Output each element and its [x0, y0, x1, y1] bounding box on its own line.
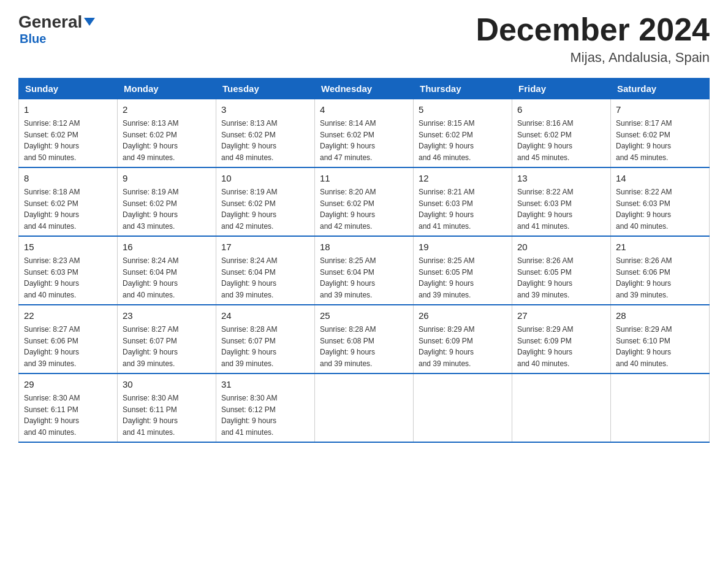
- day-info: Sunrise: 8:13 AMSunset: 6:02 PMDaylight:…: [221, 119, 277, 162]
- header-row: Sunday Monday Tuesday Wednesday Thursday…: [19, 79, 710, 99]
- table-row: 4 Sunrise: 8:14 AMSunset: 6:02 PMDayligh…: [315, 99, 414, 168]
- day-info: Sunrise: 8:30 AMSunset: 6:11 PMDaylight:…: [24, 394, 80, 437]
- day-info: Sunrise: 8:25 AMSunset: 6:05 PMDaylight:…: [419, 256, 474, 299]
- day-number: 2: [123, 103, 211, 116]
- logo-general: General: [18, 12, 95, 31]
- day-info: Sunrise: 8:28 AMSunset: 6:08 PMDaylight:…: [320, 325, 376, 368]
- table-row: 14 Sunrise: 8:22 AMSunset: 6:03 PMDaylig…: [611, 167, 710, 236]
- day-number: 9: [123, 172, 211, 185]
- day-info: Sunrise: 8:28 AMSunset: 6:07 PMDaylight:…: [221, 325, 277, 368]
- day-info: Sunrise: 8:13 AMSunset: 6:02 PMDaylight:…: [123, 119, 178, 162]
- day-info: Sunrise: 8:27 AMSunset: 6:06 PMDaylight:…: [24, 325, 80, 368]
- table-row: 18 Sunrise: 8:25 AMSunset: 6:04 PMDaylig…: [315, 236, 414, 305]
- table-row: 26 Sunrise: 8:29 AMSunset: 6:09 PMDaylig…: [414, 305, 512, 373]
- day-info: Sunrise: 8:14 AMSunset: 6:02 PMDaylight:…: [320, 119, 376, 162]
- day-info: Sunrise: 8:30 AMSunset: 6:12 PMDaylight:…: [221, 394, 277, 437]
- table-row: 27 Sunrise: 8:29 AMSunset: 6:09 PMDaylig…: [512, 305, 611, 373]
- logo-bottom-line: Blue: [18, 32, 46, 46]
- table-row: 28 Sunrise: 8:29 AMSunset: 6:10 PMDaylig…: [611, 305, 710, 373]
- day-info: Sunrise: 8:24 AMSunset: 6:04 PMDaylight:…: [221, 256, 277, 299]
- calendar-week-4: 22 Sunrise: 8:27 AMSunset: 6:06 PMDaylig…: [19, 305, 710, 373]
- table-row: 31 Sunrise: 8:30 AMSunset: 6:12 PMDaylig…: [216, 373, 315, 442]
- day-number: 3: [221, 103, 309, 116]
- day-info: Sunrise: 8:18 AMSunset: 6:02 PMDaylight:…: [24, 188, 80, 231]
- day-info: Sunrise: 8:23 AMSunset: 6:03 PMDaylight:…: [24, 256, 80, 299]
- day-number: 4: [320, 103, 408, 116]
- day-number: 17: [221, 240, 309, 253]
- table-row: 8 Sunrise: 8:18 AMSunset: 6:02 PMDayligh…: [19, 167, 118, 236]
- table-row: [611, 373, 710, 442]
- day-info: Sunrise: 8:26 AMSunset: 6:06 PMDaylight:…: [616, 256, 672, 299]
- table-row: 3 Sunrise: 8:13 AMSunset: 6:02 PMDayligh…: [216, 99, 315, 168]
- day-number: 15: [24, 240, 112, 253]
- col-tuesday: Tuesday: [216, 79, 315, 99]
- table-row: 29 Sunrise: 8:30 AMSunset: 6:11 PMDaylig…: [19, 373, 118, 442]
- day-info: Sunrise: 8:22 AMSunset: 6:03 PMDaylight:…: [517, 188, 573, 231]
- day-number: 6: [517, 103, 605, 116]
- day-number: 26: [419, 309, 507, 322]
- calendar-week-2: 8 Sunrise: 8:18 AMSunset: 6:02 PMDayligh…: [19, 167, 710, 236]
- day-info: Sunrise: 8:19 AMSunset: 6:02 PMDaylight:…: [123, 188, 178, 231]
- col-friday: Friday: [512, 79, 611, 99]
- table-row: 13 Sunrise: 8:22 AMSunset: 6:03 PMDaylig…: [512, 167, 611, 236]
- col-saturday: Saturday: [611, 79, 710, 99]
- logo: General Blue: [18, 12, 95, 46]
- day-number: 27: [517, 309, 605, 322]
- day-number: 21: [616, 240, 704, 253]
- table-row: [512, 373, 611, 442]
- table-row: 6 Sunrise: 8:16 AMSunset: 6:02 PMDayligh…: [512, 99, 611, 168]
- day-number: 29: [24, 378, 112, 391]
- table-row: 16 Sunrise: 8:24 AMSunset: 6:04 PMDaylig…: [118, 236, 216, 305]
- day-number: 5: [419, 103, 507, 116]
- table-row: 11 Sunrise: 8:20 AMSunset: 6:02 PMDaylig…: [315, 167, 414, 236]
- day-number: 19: [419, 240, 507, 253]
- day-number: 18: [320, 240, 408, 253]
- day-number: 11: [320, 172, 408, 185]
- table-row: [315, 373, 414, 442]
- table-row: 5 Sunrise: 8:15 AMSunset: 6:02 PMDayligh…: [414, 99, 512, 168]
- col-monday: Monday: [118, 79, 216, 99]
- col-thursday: Thursday: [414, 79, 512, 99]
- day-number: 23: [123, 309, 211, 322]
- day-info: Sunrise: 8:21 AMSunset: 6:03 PMDaylight:…: [419, 188, 474, 231]
- day-number: 22: [24, 309, 112, 322]
- day-number: 30: [123, 378, 211, 391]
- table-row: 7 Sunrise: 8:17 AMSunset: 6:02 PMDayligh…: [611, 99, 710, 168]
- day-info: Sunrise: 8:29 AMSunset: 6:10 PMDaylight:…: [616, 325, 672, 368]
- day-info: Sunrise: 8:22 AMSunset: 6:03 PMDaylight:…: [616, 188, 672, 231]
- table-row: 15 Sunrise: 8:23 AMSunset: 6:03 PMDaylig…: [19, 236, 118, 305]
- day-number: 1: [24, 103, 112, 116]
- day-info: Sunrise: 8:26 AMSunset: 6:05 PMDaylight:…: [517, 256, 573, 299]
- day-info: Sunrise: 8:30 AMSunset: 6:11 PMDaylight:…: [123, 394, 178, 437]
- day-number: 14: [616, 172, 704, 185]
- calendar-week-3: 15 Sunrise: 8:23 AMSunset: 6:03 PMDaylig…: [19, 236, 710, 305]
- logo-blue: Blue: [20, 32, 46, 45]
- calendar-table: Sunday Monday Tuesday Wednesday Thursday…: [18, 78, 710, 443]
- day-info: Sunrise: 8:12 AMSunset: 6:02 PMDaylight:…: [24, 119, 80, 162]
- table-row: 21 Sunrise: 8:26 AMSunset: 6:06 PMDaylig…: [611, 236, 710, 305]
- day-number: 16: [123, 240, 211, 253]
- day-info: Sunrise: 8:16 AMSunset: 6:02 PMDaylight:…: [517, 119, 573, 162]
- table-row: 9 Sunrise: 8:19 AMSunset: 6:02 PMDayligh…: [118, 167, 216, 236]
- page-header: General Blue December 2024 Mijas, Andalu…: [18, 12, 710, 66]
- table-row: 1 Sunrise: 8:12 AMSunset: 6:02 PMDayligh…: [19, 99, 118, 168]
- day-number: 10: [221, 172, 309, 185]
- day-number: 31: [221, 378, 309, 391]
- day-number: 25: [320, 309, 408, 322]
- day-number: 7: [616, 103, 704, 116]
- title-area: December 2024 Mijas, Andalusia, Spain: [476, 12, 710, 66]
- day-info: Sunrise: 8:17 AMSunset: 6:02 PMDaylight:…: [616, 119, 672, 162]
- day-number: 20: [517, 240, 605, 253]
- table-row: 17 Sunrise: 8:24 AMSunset: 6:04 PMDaylig…: [216, 236, 315, 305]
- day-info: Sunrise: 8:25 AMSunset: 6:04 PMDaylight:…: [320, 256, 376, 299]
- col-wednesday: Wednesday: [315, 79, 414, 99]
- day-info: Sunrise: 8:15 AMSunset: 6:02 PMDaylight:…: [419, 119, 474, 162]
- day-info: Sunrise: 8:29 AMSunset: 6:09 PMDaylight:…: [517, 325, 573, 368]
- table-row: 23 Sunrise: 8:27 AMSunset: 6:07 PMDaylig…: [118, 305, 216, 373]
- table-row: 24 Sunrise: 8:28 AMSunset: 6:07 PMDaylig…: [216, 305, 315, 373]
- table-row: [414, 373, 512, 442]
- calendar-week-1: 1 Sunrise: 8:12 AMSunset: 6:02 PMDayligh…: [19, 99, 710, 168]
- table-row: 30 Sunrise: 8:30 AMSunset: 6:11 PMDaylig…: [118, 373, 216, 442]
- day-number: 12: [419, 172, 507, 185]
- day-number: 24: [221, 309, 309, 322]
